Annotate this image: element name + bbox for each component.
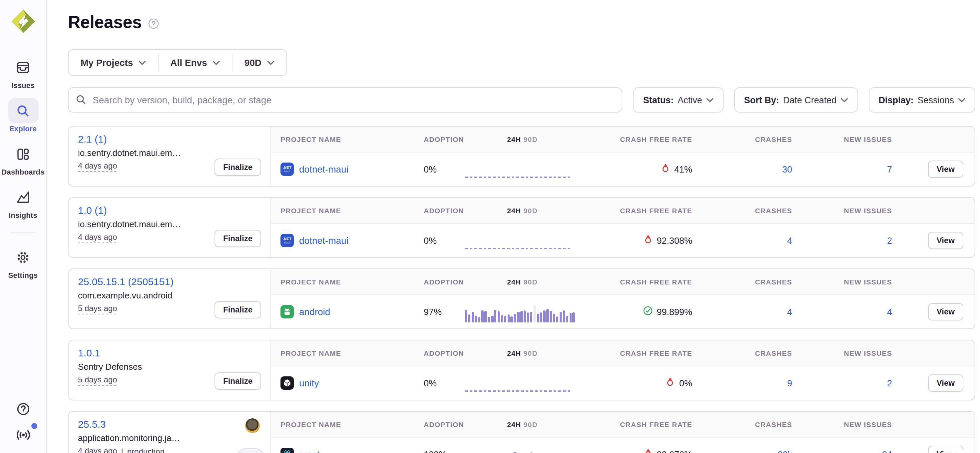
release-package: application.monitoring.ja… [78, 433, 215, 443]
view-button[interactable]: View [928, 374, 963, 392]
header-project-name: PROJECT NAME [280, 420, 424, 428]
sidebar: Issues Explore Dashboard [0, 0, 47, 453]
chevron-down-icon [840, 98, 848, 102]
release-project-row: .NET MAUI [271, 295, 975, 328]
new-issues-link[interactable]: 2 [887, 235, 892, 245]
crashes-link[interactable]: 4 [787, 307, 792, 317]
adoption-sparkline [465, 224, 580, 257]
header-new-issues: NEW ISSUES [811, 278, 911, 286]
header-crashes: CRASHES [711, 420, 811, 428]
finalize-button[interactable]: Finalize [215, 159, 261, 176]
sidebar-item-label: Dashboards [2, 168, 44, 176]
sidebar-nav: Issues Explore Dashboard [0, 55, 46, 279]
project-link[interactable]: react [299, 449, 320, 453]
release-project-row: .NET MAUI [271, 153, 975, 186]
release-table-header: PROJECT NAME ADOPTION 24H 90D CRASH FREE… [271, 269, 975, 295]
display-dropdown[interactable]: Display: Sessions [869, 87, 975, 113]
project-filter[interactable]: My Projects [68, 50, 158, 75]
unity-platform-icon [280, 377, 294, 390]
release-package: Sentry Defenses [78, 362, 215, 372]
sidebar-item-issues[interactable]: Issues [0, 55, 46, 89]
release-project-row: .NET MAUI [271, 224, 975, 257]
header-adoption: ADOPTION [424, 135, 465, 143]
crashes-link[interactable]: 9 [787, 378, 792, 388]
sidebar-item-label: Issues [11, 81, 35, 89]
adoption-value: 0% [424, 164, 465, 174]
header-crash-free-rate: CRASH FREE RATE [580, 349, 711, 357]
release-version-link[interactable]: 1.0 (1) [78, 205, 107, 216]
crash-free-value: 92.308% [657, 235, 692, 245]
header-90d: 90D [523, 420, 538, 428]
project-link[interactable]: android [299, 307, 330, 317]
header-project-name: PROJECT NAME [280, 349, 424, 357]
adoption-flat-line [465, 390, 572, 392]
sort-by-dropdown-label: Sort By: [744, 95, 779, 105]
svg-text:MAUI: MAUI [284, 170, 290, 173]
sidebar-item-explore[interactable]: Explore [0, 98, 46, 133]
settings-icon [8, 245, 38, 270]
view-button[interactable]: View [928, 232, 963, 249]
finalize-button[interactable]: Finalize [215, 230, 261, 247]
display-dropdown-label: Display: [878, 95, 913, 105]
help-circle-icon[interactable] [148, 17, 159, 29]
project-link[interactable]: unity [299, 378, 319, 388]
finalize-button[interactable]: Finalize [215, 301, 261, 318]
release-package: io.sentry.dotnet.maui.em… [78, 148, 215, 158]
release-table-header: PROJECT NAME ADOPTION 24H 90D CRASH FREE… [271, 127, 975, 153]
release-created: 4 days ago [78, 161, 117, 172]
new-issues-link[interactable]: 7 [887, 164, 892, 174]
project-link[interactable]: dotnet-maui [299, 164, 348, 175]
new-issues-link[interactable]: 2 [887, 378, 892, 388]
project-link[interactable]: dotnet-maui [299, 235, 348, 246]
release-version-link[interactable]: 1.0.1 [78, 347, 100, 358]
svg-text:.NET: .NET [283, 237, 291, 241]
release-list: 2.1 (1) io.sentry.dotnet.maui.em… 4 days… [68, 126, 975, 453]
view-button[interactable]: View [928, 446, 963, 453]
new-issues-link[interactable]: 34 [882, 449, 892, 453]
header-new-issues: NEW ISSUES [811, 420, 911, 428]
release-card: 2.1 (1) io.sentry.dotnet.maui.em… 4 days… [68, 126, 975, 186]
header-24h: 24H [507, 420, 521, 428]
header-new-issues: NEW ISSUES [811, 349, 911, 357]
header-90d: 90D [523, 135, 538, 143]
help-icon[interactable] [15, 401, 31, 417]
release-project-row: .NET MAUI [271, 366, 975, 400]
release-info-panel: 1.0.1 Sentry Defenses 5 days ago | Final… [68, 340, 271, 400]
sidebar-item-dashboards[interactable]: Dashboards [0, 141, 46, 176]
adoption-value: 100% [424, 449, 465, 453]
release-version-link[interactable]: 25.05.15.1 (2505151) [78, 276, 173, 287]
release-version-link[interactable]: 2.1 (1) [78, 133, 107, 145]
header-project-name: PROJECT NAME [280, 278, 424, 286]
header-adoption: ADOPTION [424, 278, 465, 286]
view-button[interactable]: View [928, 161, 963, 178]
sort-by-dropdown[interactable]: Sort By: Date Created [734, 87, 858, 113]
release-created: 4 days ago [78, 232, 117, 243]
sidebar-item-insights[interactable]: Insights [0, 184, 46, 219]
release-version-link[interactable]: 25.5.3 [78, 418, 106, 430]
whats-new-broadcast-icon[interactable] [14, 428, 32, 442]
finalize-button[interactable]: Finalize [215, 372, 261, 390]
header-24h: 24H [507, 207, 521, 215]
crashes-link[interactable]: 4 [787, 235, 792, 245]
release-created: 4 days ago [78, 446, 117, 453]
header-24h: 24H [507, 349, 521, 357]
sidebar-item-label: Settings [8, 271, 38, 279]
react-platform-icon [280, 448, 294, 453]
environment-filter[interactable]: All Envs [158, 50, 232, 75]
adoption-flat-line [465, 176, 572, 178]
sentry-logo[interactable] [10, 8, 36, 35]
notification-dot [31, 423, 37, 429]
view-button[interactable]: View [928, 303, 963, 320]
chevron-down-icon [706, 98, 714, 102]
crashes-link[interactable]: 20k [778, 449, 792, 453]
header-adoption: ADOPTION [424, 420, 465, 428]
crashes-link[interactable]: 30 [782, 164, 792, 174]
date-range-filter[interactable]: 90D [232, 50, 286, 75]
sidebar-item-settings[interactable]: Settings [0, 245, 46, 279]
adoption-bar-chart [465, 304, 575, 323]
new-issues-link[interactable]: 4 [887, 307, 892, 317]
status-dropdown[interactable]: Status: Active [633, 87, 724, 113]
search-input[interactable] [68, 87, 622, 113]
adoption-sparkline [465, 153, 580, 186]
chevron-down-icon [213, 60, 220, 65]
